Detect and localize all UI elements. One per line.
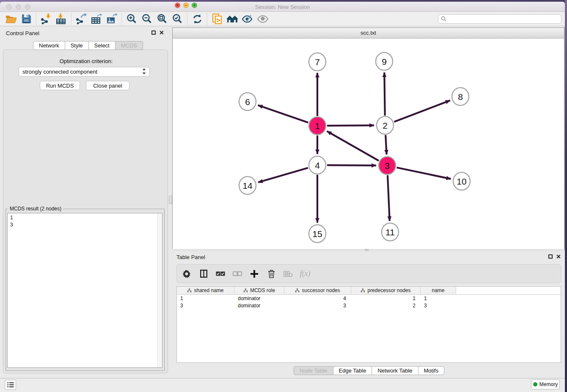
graph-node-9[interactable]: 9 [376,52,393,70]
chevron-up-down-icon [142,68,146,76]
graph-edge-4-3[interactable] [327,165,376,166]
memory-label: Memory [539,381,558,387]
mcds-result-scrollbar[interactable] [157,213,162,367]
home-icon[interactable] [225,13,240,25]
table-panel-close-icon[interactable]: ✕ [556,254,561,259]
table-cell[interactable]: 3 [177,303,234,309]
graph-edge-3-10[interactable] [397,168,451,179]
column-header-mcds-role[interactable]: MCDS role [234,287,284,294]
network-close-button[interactable]: ✕ [175,3,180,8]
tab-style[interactable]: Style [65,41,89,50]
tab-edge-table[interactable]: Edge Table [333,366,372,375]
zoom-selected-icon[interactable] [170,13,185,25]
graph-node-label: 15 [312,229,322,239]
table-cell[interactable]: 3 [421,303,456,309]
delete-column-icon[interactable] [266,268,277,279]
graph-node-label: 4 [315,160,320,170]
table-cell[interactable]: 1 [177,295,234,301]
network-minimize-button[interactable]: − [183,3,189,8]
column-layout-icon[interactable] [198,268,209,279]
run-mcds-button[interactable]: Run MCDS [40,81,80,90]
settings-gear-icon[interactable] [181,268,192,279]
open-icon[interactable] [3,13,19,25]
graph-node-4[interactable]: 4 [309,156,326,174]
show-eye-icon[interactable] [255,13,270,25]
graph-node-3[interactable]: 3 [379,157,396,174]
function-icon[interactable]: f(x) [300,268,311,279]
graph-edge-3-1[interactable] [327,131,379,161]
sort-icon [187,288,192,293]
hide-eye-icon[interactable] [240,13,255,25]
tab-network[interactable]: Network [33,41,65,50]
export-table-icon[interactable] [89,13,104,25]
graph-edge-1-2[interactable] [327,125,374,126]
column-header-shared-name[interactable]: shared name [177,287,234,294]
delete-table-icon[interactable] [283,268,294,279]
close-panel-button[interactable]: Close panel [86,81,129,90]
search-input[interactable] [448,16,559,22]
panel-splitter-grip[interactable] [169,196,172,204]
export-image-icon[interactable] [104,13,119,25]
table-cell[interactable]: dominator [234,295,284,301]
graph-node-8[interactable]: 8 [452,88,469,105]
control-panel-close-icon[interactable]: ✕ [159,30,164,35]
import-table-icon[interactable] [54,13,69,25]
network-graph-canvas[interactable]: 1234678910111415 [173,39,564,249]
column-header-successor-nodes[interactable]: successor nodes [284,287,351,294]
table-row[interactable]: 1dominator411 [177,295,561,302]
export-network-icon[interactable] [74,13,89,25]
tab-mcds[interactable]: MCDS [116,41,143,50]
graph-node-2[interactable]: 2 [377,116,394,134]
graph-node-10[interactable]: 10 [453,172,470,190]
table-body: 1dominator4113dominator323 [177,295,561,309]
tab-node-table[interactable]: Node Table [294,366,333,375]
graph-edge-2-8[interactable] [394,100,450,122]
mcds-result-text[interactable]: 13 [7,213,162,368]
node-table: shared name MCDS role successor nodes pr… [176,286,561,363]
network-maximize-button[interactable]: + [192,3,197,8]
graph-node-1[interactable]: 1 [309,117,326,135]
graph-node-14[interactable]: 14 [239,177,256,194]
search-box[interactable] [438,14,561,24]
graph-edge-1-6[interactable] [258,105,308,122]
zoom-fit-icon[interactable] [154,13,170,25]
graph-edge-2-9[interactable] [384,72,385,116]
column-header-name[interactable]: name [421,287,456,294]
table-cell[interactable]: 3 [284,303,351,309]
graph-node-label: 6 [245,97,250,107]
deselect-all-icon[interactable] [232,268,243,279]
tab-network-table[interactable]: Network Table [372,366,418,375]
select-all-icon[interactable] [215,268,226,279]
table-panel-float-icon[interactable] [548,254,553,259]
clone-network-icon[interactable] [209,13,225,25]
optimization-criterion-select[interactable]: strongly connected component [19,67,150,77]
table-cell[interactable]: 1 [351,295,421,301]
table-row[interactable]: 3dominator323 [177,302,561,309]
add-column-icon[interactable] [249,268,260,279]
task-history-button[interactable] [5,380,16,390]
column-header-predecessor-nodes[interactable]: predecessor nodes [351,287,421,294]
table-cell[interactable]: 1 [421,295,456,301]
zoom-out-icon[interactable] [139,13,154,25]
graph-edge-4-14[interactable] [258,168,308,182]
graph-node-7[interactable]: 7 [309,53,326,71]
graph-node-11[interactable]: 11 [382,223,399,241]
table-cell[interactable]: 2 [351,303,421,309]
graph-node-6[interactable]: 6 [239,93,256,110]
table-cell[interactable]: 4 [284,295,351,301]
import-network-icon[interactable] [39,13,54,25]
graph-edge-2-3[interactable] [385,135,386,155]
control-panel-float-icon[interactable] [151,30,156,35]
memory-button[interactable]: Memory [531,379,560,389]
tab-select[interactable]: Select [89,41,116,50]
graph-node-label: 9 [382,57,387,66]
refresh-icon[interactable] [190,13,205,25]
list-icon [7,382,14,388]
graph-edge-3-11[interactable] [388,175,390,221]
tab-motifs[interactable]: Motifs [418,366,445,375]
zoom-in-icon[interactable] [124,13,139,25]
optimization-criterion-value: strongly connected component [22,69,97,75]
graph-node-15[interactable]: 15 [309,225,326,243]
save-icon[interactable] [19,13,34,25]
table-cell[interactable]: dominator [234,303,284,309]
